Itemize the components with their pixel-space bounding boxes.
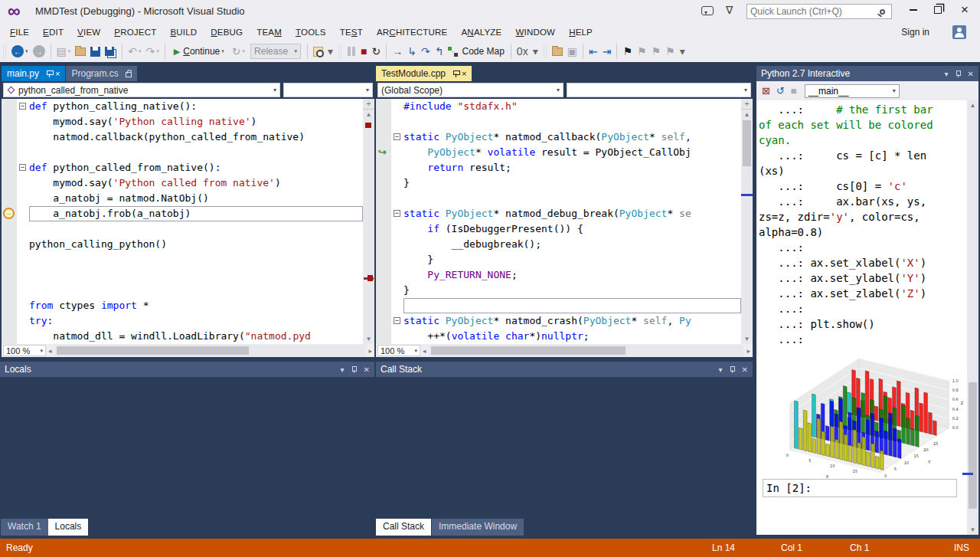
code-map-button[interactable]	[446, 47, 459, 57]
left-editor-hscrollbar[interactable]	[55, 345, 366, 356]
menu-test[interactable]: TEST	[333, 25, 370, 39]
interactive-vscrollbar[interactable]: ▲ ▼	[967, 100, 978, 535]
restart-button[interactable]: ↻	[371, 45, 383, 57]
toolbar-options-chevron-3[interactable]: ▾	[678, 45, 687, 57]
pin-icon[interactable]	[452, 70, 459, 77]
new-item-button[interactable]: ▤▾	[55, 45, 73, 57]
menu-window[interactable]: WINDOW	[508, 25, 562, 39]
menu-tools[interactable]: TOOLS	[289, 25, 333, 39]
scroll-up-icon[interactable]: ▲	[967, 100, 978, 110]
scroll-left-icon[interactable]: ◂	[420, 347, 429, 355]
window-position-chevron-icon[interactable]: ▾	[341, 365, 345, 374]
step-into-button[interactable]: ↳	[406, 45, 418, 57]
clear-bookmarks-button[interactable]: ⚑	[664, 45, 677, 57]
pause-button[interactable]	[345, 47, 358, 56]
copy-button[interactable]: ▣	[566, 45, 579, 57]
tool-tab-locals[interactable]: Locals	[48, 519, 89, 536]
left-code-editor[interactable]: −def python_calling_native(): mymod.say(…	[2, 99, 374, 344]
left-member-combo[interactable]: ▾	[283, 83, 373, 97]
pin-icon[interactable]	[351, 366, 358, 373]
zoom-combo[interactable]: 100 %▾	[377, 345, 420, 356]
menu-analyze[interactable]: ANALYZE	[454, 25, 508, 39]
menu-view[interactable]: VIEW	[70, 25, 107, 39]
fold-collapse-icon[interactable]: −	[394, 317, 400, 324]
callstack-header[interactable]: Call Stack ▾ ✕	[376, 362, 753, 377]
pin-icon[interactable]	[955, 70, 962, 77]
continue-button[interactable]: ▶Continue▾	[170, 46, 228, 57]
scroll-down-icon[interactable]: ▼	[363, 334, 374, 344]
pin-icon[interactable]	[46, 70, 53, 77]
menu-debug[interactable]: DEBUG	[204, 25, 250, 39]
toolbar-options-chevron[interactable]: ▾	[326, 45, 335, 57]
quick-launch-box[interactable]	[746, 4, 892, 19]
scroll-up-icon[interactable]: ▲	[363, 110, 374, 120]
fold-collapse-icon[interactable]: −	[394, 133, 400, 140]
left-editor-vscrollbar[interactable]: ÷ ▲ ▼	[363, 99, 374, 344]
reset-repl-button[interactable]: ↺	[776, 85, 785, 97]
interrupt-button[interactable]: ■	[791, 85, 797, 97]
splitter-handle[interactable]: ÷	[363, 99, 374, 110]
pin-icon[interactable]	[729, 366, 736, 373]
tab-main.py[interactable]: main.py×	[2, 66, 65, 81]
menu-file[interactable]: FILE	[3, 25, 36, 39]
hex-display-button[interactable]: 0x	[515, 45, 530, 57]
tool-tab-immediate-window[interactable]: Immediate Window	[432, 519, 524, 536]
menu-team[interactable]: TEAM	[250, 25, 289, 39]
middle-code-editor[interactable]: #include "stdafx.h"−static PyObject* nat…	[376, 99, 753, 344]
undo-button[interactable]: ↶▾	[126, 45, 142, 57]
close-button[interactable]: ×	[951, 0, 978, 20]
indent-button[interactable]: ⇥	[601, 45, 613, 57]
scroll-right-icon[interactable]: ▸	[744, 347, 753, 355]
tool-tab-watch-1[interactable]: Watch 1	[1, 519, 48, 536]
nav-backward-button[interactable]: ←▾	[10, 45, 30, 57]
middle-editor-hscrollbar[interactable]	[430, 345, 744, 356]
window-position-chevron-icon[interactable]: ▾	[719, 365, 723, 374]
next-bookmark-button[interactable]: ⚑	[650, 45, 663, 57]
save-all-button[interactable]	[103, 47, 118, 56]
bookmark-button[interactable]: ⚑	[621, 45, 634, 57]
prev-bookmark-button[interactable]: ⚑	[635, 45, 648, 57]
restore-button[interactable]	[926, 0, 949, 20]
fold-collapse-icon[interactable]: −	[394, 210, 400, 217]
close-icon[interactable]: ×	[462, 70, 466, 78]
redo-button[interactable]: ↷▾	[145, 45, 161, 57]
close-icon[interactable]: ×	[55, 70, 60, 78]
splitter-handle[interactable]: ÷	[741, 99, 753, 110]
restart-ghost-button[interactable]: ↻▾	[230, 45, 247, 57]
repl-input-box[interactable]: In [2]:	[763, 479, 957, 497]
step-out-button[interactable]: ↰	[433, 45, 446, 57]
close-icon[interactable]: ✕	[742, 365, 748, 374]
menu-architecture[interactable]: ARCHITECTURE	[370, 25, 455, 39]
left-scope-combo[interactable]: python_called_from_native▾	[3, 83, 280, 97]
close-icon[interactable]: ✕	[364, 365, 370, 374]
minimize-button[interactable]	[902, 0, 925, 20]
code-map-label[interactable]: Code Map	[462, 46, 504, 57]
window-position-chevron-icon[interactable]: ▾	[945, 70, 949, 78]
outdent-button[interactable]: ⇤	[587, 45, 599, 57]
close-icon[interactable]: ✕	[968, 70, 974, 78]
scroll-down-icon[interactable]: ▼	[741, 334, 753, 344]
middle-member-combo[interactable]: ▾	[567, 83, 751, 97]
python-interactive-header[interactable]: Python 2.7 Interactive ▾ ✕	[756, 66, 978, 81]
sign-in-link[interactable]: Sign in	[901, 27, 929, 38]
save-button[interactable]	[89, 47, 102, 57]
tab-TestModule.cpp[interactable]: TestModule.cpp×	[376, 66, 472, 81]
tab-Program.cs[interactable]: Program.cs	[66, 66, 136, 81]
python-interactive-output[interactable]: ...: # the first barof each set will be …	[756, 100, 978, 535]
show-next-statement-button[interactable]: →	[390, 45, 404, 57]
tool-tab-call-stack[interactable]: Call Stack	[376, 519, 431, 536]
step-over-button[interactable]: ↷	[420, 45, 432, 57]
menu-edit[interactable]: EDIT	[36, 25, 70, 39]
menu-help[interactable]: HELP	[562, 25, 599, 39]
feedback-icon[interactable]	[701, 6, 714, 15]
scroll-right-icon[interactable]: ▸	[366, 347, 374, 355]
scroll-down-icon[interactable]: ▼	[967, 525, 978, 535]
scroll-left-icon[interactable]: ◂	[46, 347, 54, 355]
new-folder-button[interactable]	[550, 48, 564, 56]
find-in-files-button[interactable]	[312, 47, 325, 57]
fold-collapse-icon[interactable]: −	[19, 103, 26, 110]
user-avatar[interactable]	[952, 25, 966, 39]
repl-scope-combo[interactable]: __main__▾	[805, 84, 900, 98]
middle-scope-combo[interactable]: (Global Scope)▾	[377, 83, 564, 97]
stop-button[interactable]: ■	[359, 45, 368, 57]
